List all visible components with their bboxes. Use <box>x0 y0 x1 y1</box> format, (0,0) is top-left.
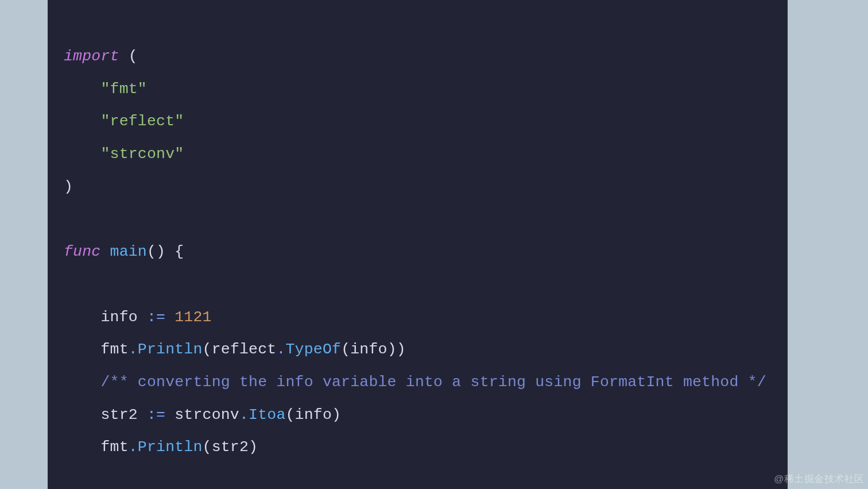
paren-close: ) <box>64 178 73 195</box>
call-itoa: Itoa <box>249 406 285 423</box>
funcname-main: main <box>110 243 147 260</box>
import-fmt: "fmt" <box>100 80 147 98</box>
pkg-fmt-1: fmt <box>100 341 128 358</box>
code-content: import ( "fmt" "reflect" "strconv" ) fun… <box>64 40 772 464</box>
import-strconv: "strconv" <box>100 145 184 163</box>
dot-3: . <box>239 406 249 423</box>
call-println-2: Println <box>138 438 203 456</box>
pkg-strconv: strconv <box>165 406 239 423</box>
pkg-reflect: reflect <box>212 341 277 358</box>
paren-open-2: ( <box>203 341 212 358</box>
paren-open: ( <box>129 48 138 65</box>
code-block: import ( "fmt" "reflect" "strconv" ) fun… <box>48 0 788 489</box>
args-info-1: (info)) <box>341 341 406 358</box>
pkg-fmt-2: fmt <box>100 438 128 456</box>
watermark-text: @稀土掘金技术社区 <box>774 472 865 486</box>
ident-str2: str2 <box>100 406 147 423</box>
dot-2: . <box>276 341 285 358</box>
op-assign-1: := <box>147 309 165 326</box>
space-1 <box>165 309 175 326</box>
keyword-func: func <box>64 243 100 260</box>
keyword-import: import <box>64 48 119 65</box>
op-assign-2: := <box>147 406 165 423</box>
literal-1121: 1121 <box>175 309 211 326</box>
ident-info: info <box>100 309 147 326</box>
comment-line: /** converting the info variable into a … <box>100 374 766 391</box>
import-reflect: "reflect" <box>100 113 184 130</box>
args-str2: (str2) <box>203 438 258 456</box>
func-signature: () { <box>147 243 184 260</box>
call-println-1: Println <box>138 341 203 358</box>
call-typeof: TypeOf <box>286 341 342 358</box>
args-info-2: (info) <box>286 406 342 423</box>
dot-1: . <box>129 341 138 358</box>
dot-4: . <box>129 438 138 456</box>
